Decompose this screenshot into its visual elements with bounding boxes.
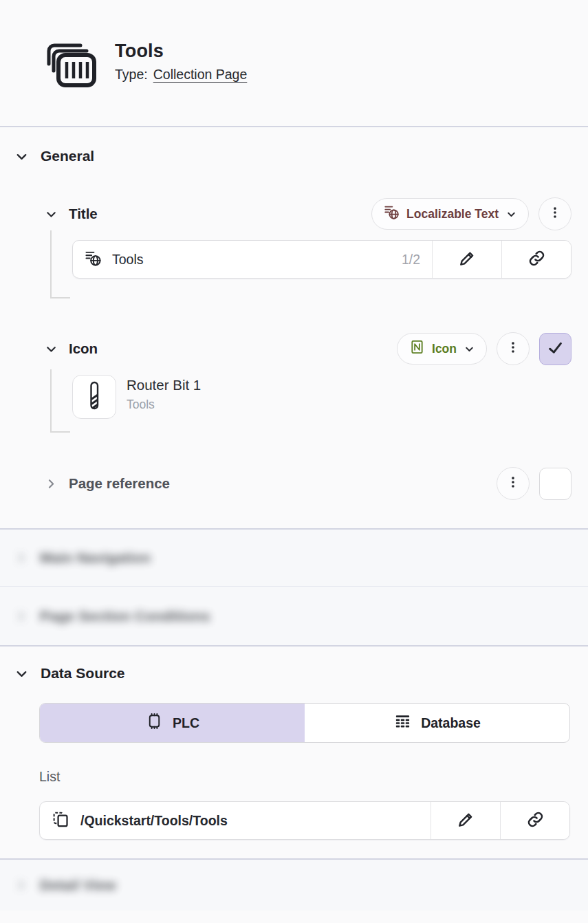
list-value-wrapper: /Quickstart/Tools/Tools (39, 801, 570, 840)
title-type-dropdown-label: Localizable Text (406, 207, 499, 221)
plc-chip-icon (145, 712, 164, 734)
title-edit-button[interactable] (432, 241, 501, 278)
tab-plc[interactable]: PLC (40, 704, 305, 742)
chevron-right-icon (14, 878, 29, 893)
icon-enabled-checkbox[interactable] (539, 333, 571, 365)
title-menu-button[interactable] (538, 197, 571, 230)
chevron-right-icon (14, 609, 29, 624)
page-reference-header[interactable]: Page reference (44, 475, 170, 492)
section-detail-view[interactable]: Detail View (0, 860, 588, 911)
type-link[interactable]: Collection Page (153, 67, 248, 83)
type-label: Type: (115, 67, 148, 83)
icon-item-subtitle: Tools (127, 398, 201, 412)
page-reference-label: Page reference (69, 475, 170, 492)
icon-field-label: Icon (69, 340, 98, 357)
chevron-down-icon (44, 207, 58, 221)
chevron-right-icon (14, 550, 29, 565)
icon-preview-tile (72, 375, 116, 419)
icon-type-dropdown[interactable]: Icon (397, 333, 487, 365)
section-data-source: Data Source PLC Database (0, 647, 588, 858)
chevron-down-icon (14, 149, 30, 164)
list-link-button[interactable] (500, 802, 569, 839)
copy-pages-icon (52, 810, 70, 832)
section-main-navigation[interactable]: Main Navigation (0, 530, 588, 586)
title-type-dropdown[interactable]: Localizable Text (371, 198, 529, 230)
icon-type-dropdown-label: Icon (432, 342, 457, 356)
page-reference-row: Page reference (0, 467, 588, 500)
checkmark-icon (546, 338, 565, 360)
localizable-text-icon (384, 204, 400, 224)
title-field-header[interactable]: Title (44, 206, 98, 222)
list-value-text: /Quickstart/Tools/Tools (80, 813, 228, 829)
localizable-text-icon (85, 250, 102, 270)
tab-plc-label: PLC (173, 715, 199, 731)
title-link-button[interactable] (501, 241, 571, 278)
tab-database-label: Database (421, 715, 481, 731)
data-source-header[interactable]: Data Source (0, 647, 588, 682)
chevron-down-icon (505, 208, 517, 220)
link-icon (526, 810, 545, 832)
page-title: Tools (115, 41, 247, 62)
data-source-tabs: PLC Database (39, 703, 570, 743)
general-header[interactable]: General (0, 127, 588, 164)
collection-page-icon (39, 38, 97, 91)
translation-counter: 1/2 (402, 252, 420, 268)
title-value-input[interactable]: Tools 1/2 (73, 241, 432, 278)
router-bit-icon (86, 381, 102, 413)
page-header: Tools Type: Collection Page (0, 0, 588, 126)
chevron-right-icon (44, 477, 58, 491)
list-label: List (39, 769, 588, 785)
section-general: General Title Localizable Text (0, 127, 588, 528)
page-section-conditions-label: Page Section Conditions (40, 608, 210, 625)
icon-item-title: Router Bit 1 (127, 377, 201, 393)
list-value-input[interactable]: /Quickstart/Tools/Tools (40, 802, 431, 839)
detail-view-label: Detail View (40, 877, 116, 893)
chevron-down-icon (44, 342, 58, 356)
main-navigation-label: Main Navigation (40, 550, 151, 566)
icon-menu-button[interactable] (497, 332, 530, 365)
icon-field-row: Icon Icon (0, 332, 588, 365)
pencil-icon (458, 249, 477, 270)
database-table-icon (393, 712, 412, 734)
icon-item[interactable]: Router Bit 1 Tools (72, 375, 571, 419)
icon-field-header[interactable]: Icon (44, 340, 98, 357)
title-value-wrapper: Tools 1/2 (72, 240, 571, 279)
title-value-field: Tools 1/2 (72, 240, 571, 279)
title-field-label: Title (69, 206, 98, 222)
page-reference-menu-button[interactable] (497, 467, 530, 500)
link-icon (527, 249, 546, 270)
image-frame-icon (409, 339, 425, 358)
kebab-menu-icon (505, 340, 521, 358)
chevron-down-icon (14, 666, 30, 682)
kebab-menu-icon (547, 205, 563, 223)
title-value-text: Tools (112, 252, 144, 268)
page-reference-checkbox[interactable] (539, 468, 571, 500)
pencil-icon (457, 810, 475, 832)
tab-database[interactable]: Database (305, 704, 569, 742)
title-field-row: Title Localizable Text (0, 197, 588, 230)
section-page-section-conditions[interactable]: Page Section Conditions (0, 587, 588, 645)
general-label: General (41, 148, 94, 164)
list-edit-button[interactable] (431, 802, 500, 839)
chevron-down-icon (464, 343, 475, 355)
list-value-field: /Quickstart/Tools/Tools (39, 801, 570, 840)
icon-value-wrapper: Router Bit 1 Tools (72, 375, 571, 419)
kebab-menu-icon (505, 475, 521, 492)
data-source-label: Data Source (41, 665, 125, 682)
